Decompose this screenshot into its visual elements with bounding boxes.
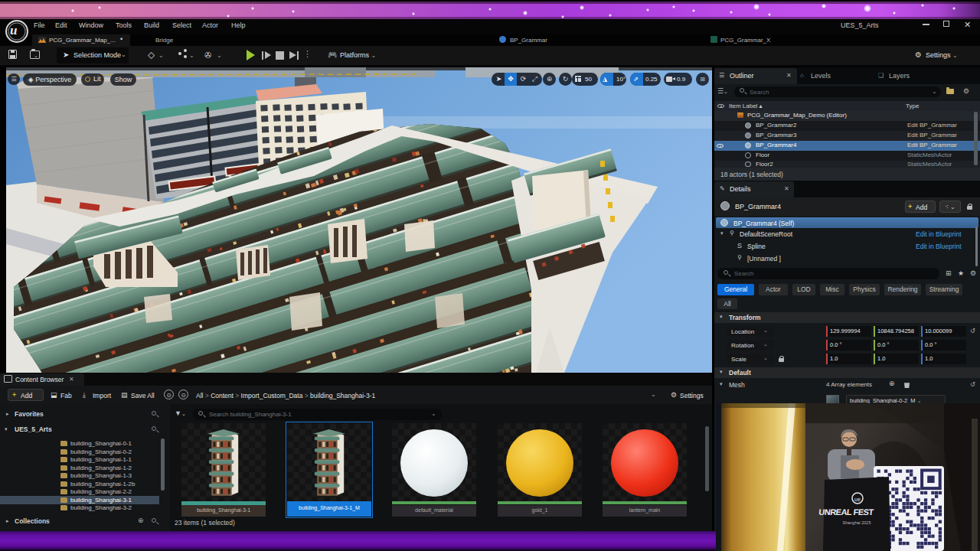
svg-text:ue: ue: [854, 497, 861, 502]
svg-text:UNREAL FEST: UNREAL FEST: [818, 507, 874, 517]
svg-text:Shanghai 2025: Shanghai 2025: [842, 520, 871, 525]
